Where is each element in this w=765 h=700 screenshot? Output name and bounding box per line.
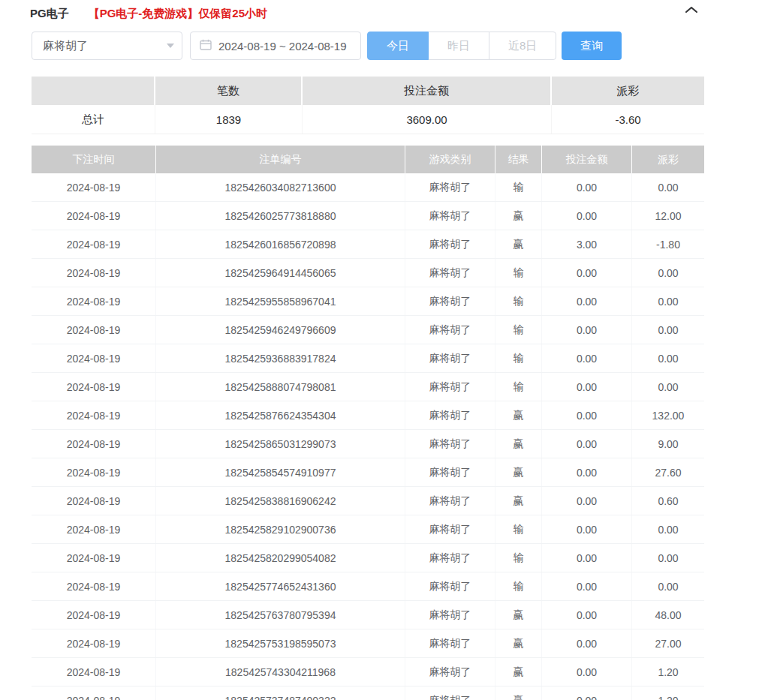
bet-amount-cell: 0.00	[542, 658, 632, 686]
bet-time-cell: 2024-08-19	[32, 544, 156, 572]
bet-records-table: 下注时间 注单编号 游戏类别 结果 投注金额 派彩 2024-08-19 182…	[32, 146, 704, 700]
table-row: 2024-08-19 1825425865031299073 麻将胡了 赢 0.…	[32, 430, 704, 458]
order-id-cell: 1825425964914456065	[156, 259, 405, 287]
table-row: 2024-08-19 1825425876624354304 麻将胡了 赢 0.…	[32, 401, 704, 430]
table-row: 2024-08-19 1825425955858967041 麻将胡了 输 0.…	[32, 287, 704, 316]
payout-cell: 48.00	[632, 601, 704, 629]
table-row: 2024-08-19 1825425936883917824 麻将胡了 输 0.…	[32, 344, 704, 373]
order-id-cell: 1825425820299054082	[156, 544, 405, 572]
bet-amount-cell: 0.00	[542, 401, 632, 429]
payout-cell: 27.60	[632, 458, 704, 486]
game-type-cell: 麻将胡了	[405, 401, 495, 429]
payout-cell: 0.00	[632, 572, 704, 600]
bet-time-cell: 2024-08-19	[32, 601, 156, 629]
bet-time-cell: 2024-08-19	[32, 173, 156, 201]
header-order-id: 注单编号	[156, 146, 405, 173]
result-cell: 输	[495, 287, 542, 315]
result-cell: 赢	[495, 487, 542, 515]
summary-payout: -3.60	[552, 105, 704, 134]
result-cell: 输	[495, 544, 542, 572]
payout-cell: 1.20	[632, 658, 704, 686]
bet-time-cell: 2024-08-19	[32, 658, 156, 686]
header-result: 结果	[495, 146, 542, 173]
order-id-cell: 1825425838816906242	[156, 487, 405, 515]
game-type-cell: 麻将胡了	[405, 344, 495, 372]
summary-total-label: 总计	[32, 105, 155, 134]
header-bar: PG电子 【PG电子-免费游戏】仅保留25小时	[0, 0, 765, 23]
bet-amount-cell: 0.00	[542, 601, 632, 629]
result-cell: 输	[495, 373, 542, 401]
header-payout: 派彩	[632, 146, 704, 173]
payout-cell: 0.00	[632, 373, 704, 401]
order-id-cell: 1825426025773818880	[156, 202, 405, 230]
bet-time-cell: 2024-08-19	[32, 230, 156, 258]
summary-header-payout: 派彩	[552, 77, 704, 105]
bet-time-cell: 2024-08-19	[32, 629, 156, 657]
bet-amount-cell: 0.00	[542, 544, 632, 572]
bet-time-cell: 2024-08-19	[32, 373, 156, 401]
bet-time-cell: 2024-08-19	[32, 202, 156, 230]
game-type-cell: 麻将胡了	[405, 515, 495, 543]
page-title: PG电子	[30, 7, 69, 21]
game-type-cell: 麻将胡了	[405, 544, 495, 572]
table-row: 2024-08-19 1825426016856720898 麻将胡了 赢 3.…	[32, 230, 704, 259]
table-row: 2024-08-19 1825425964914456065 麻将胡了 输 0.…	[32, 259, 704, 287]
summary-header-count: 笔数	[155, 77, 303, 105]
search-button[interactable]: 查询	[562, 32, 622, 60]
bet-amount-cell: 0.00	[542, 572, 632, 600]
summary-bet-amount: 3609.00	[303, 105, 552, 134]
date-range-input[interactable]: 2024-08-19 ~ 2024-08-19	[190, 32, 361, 60]
game-type-select[interactable]: 麻将胡了	[32, 32, 182, 60]
result-cell: 输	[495, 515, 542, 543]
result-cell: 输	[495, 344, 542, 372]
result-cell: 赢	[495, 629, 542, 657]
payout-cell: 0.00	[632, 515, 704, 543]
result-cell: 赢	[495, 430, 542, 458]
order-id-cell: 1825425743304211968	[156, 658, 405, 686]
bet-amount-cell: 0.00	[542, 629, 632, 657]
bet-time-cell: 2024-08-19	[32, 259, 156, 287]
bet-amount-cell: 3.00	[542, 230, 632, 258]
quick-btn-today[interactable]: 今日	[367, 32, 429, 60]
bet-time-cell: 2024-08-19	[32, 686, 156, 700]
result-cell: 输	[495, 173, 542, 201]
order-id-cell: 1825425763780795394	[156, 601, 405, 629]
order-id-cell: 1825425737487400322	[156, 686, 405, 700]
summary-table: 笔数 投注金额 派彩 总计 1839 3609.00 -3.60	[32, 77, 704, 134]
table-row: 2024-08-19 1825425737487400322 麻将胡了 赢 0.…	[32, 686, 704, 700]
filter-bar: 麻将胡了 2024-08-19 ~ 2024-08-19 今日 昨日 近8日 查…	[32, 32, 765, 60]
order-id-cell: 1825426016856720898	[156, 230, 405, 258]
result-cell: 输	[495, 316, 542, 344]
summary-count: 1839	[155, 105, 303, 134]
payout-cell: 9.00	[632, 430, 704, 458]
chevron-down-icon	[167, 44, 174, 48]
result-cell: 赢	[495, 230, 542, 258]
result-cell: 赢	[495, 458, 542, 486]
result-cell: 赢	[495, 658, 542, 686]
bet-amount-cell: 0.00	[542, 202, 632, 230]
bet-time-cell: 2024-08-19	[32, 344, 156, 372]
bet-time-cell: 2024-08-19	[32, 572, 156, 600]
order-id-cell: 1825425865031299073	[156, 430, 405, 458]
table-row: 2024-08-19 1825425829102900736 麻将胡了 输 0.…	[32, 515, 704, 544]
result-cell: 赢	[495, 202, 542, 230]
game-type-cell: 麻将胡了	[405, 202, 495, 230]
payout-cell: 0.60	[632, 487, 704, 515]
summary-total-row: 总计 1839 3609.00 -3.60	[32, 105, 704, 134]
payout-cell: 0.00	[632, 544, 704, 572]
game-type-cell: 麻将胡了	[405, 572, 495, 600]
collapse-panel-button[interactable]	[681, 1, 702, 20]
quick-btn-last8days[interactable]: 近8日	[489, 32, 556, 60]
payout-cell: 0.00	[632, 316, 704, 344]
header-game-type: 游戏类别	[405, 146, 495, 173]
result-cell: 赢	[495, 401, 542, 429]
payout-cell: 27.00	[632, 629, 704, 657]
game-type-cell: 麻将胡了	[405, 230, 495, 258]
bet-amount-cell: 0.00	[542, 686, 632, 700]
table-row: 2024-08-19 1825426034082713600 麻将胡了 输 0.…	[32, 173, 704, 202]
quick-btn-yesterday[interactable]: 昨日	[428, 32, 489, 60]
table-row: 2024-08-19 1825425763780795394 麻将胡了 赢 0.…	[32, 601, 704, 629]
bet-amount-cell: 0.00	[542, 458, 632, 486]
chevron-up-icon	[685, 5, 698, 17]
bet-time-cell: 2024-08-19	[32, 401, 156, 429]
